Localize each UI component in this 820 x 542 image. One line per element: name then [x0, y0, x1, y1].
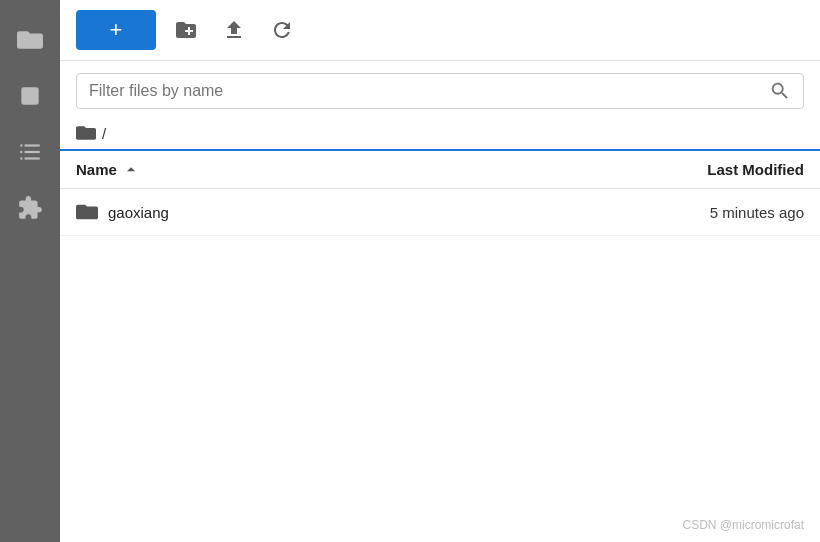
sidebar-stop-icon[interactable]	[0, 68, 60, 124]
col-modified-header[interactable]: Last Modified	[584, 161, 804, 178]
file-row-name: gaoxiang	[76, 201, 584, 223]
new-button[interactable]: +	[76, 10, 156, 50]
table-header: Name Last Modified	[60, 149, 820, 189]
search-bar	[76, 73, 804, 109]
col-name-header[interactable]: Name	[76, 161, 584, 178]
sort-arrow-icon	[123, 162, 139, 178]
search-bar-container	[60, 61, 820, 117]
svg-rect-3	[20, 151, 22, 153]
main-content: +	[60, 0, 820, 542]
breadcrumb: /	[60, 117, 820, 149]
folder-row-icon	[76, 201, 98, 223]
svg-rect-4	[25, 151, 40, 153]
svg-rect-2	[25, 144, 40, 146]
breadcrumb-path: /	[102, 125, 106, 142]
toolbar: +	[60, 0, 820, 61]
svg-rect-1	[20, 144, 22, 146]
breadcrumb-folder-icon	[76, 123, 96, 143]
file-table: Name Last Modified gaoxiang 5 minutes ag…	[60, 149, 820, 542]
table-row[interactable]: gaoxiang 5 minutes ago	[60, 189, 820, 236]
narrow-sidebar	[0, 0, 60, 542]
file-row-modified: 5 minutes ago	[584, 204, 804, 221]
new-folder-button[interactable]	[168, 12, 204, 48]
sidebar-list-icon[interactable]	[0, 124, 60, 180]
upload-button[interactable]	[216, 12, 252, 48]
file-name: gaoxiang	[108, 204, 169, 221]
search-input[interactable]	[89, 82, 769, 100]
search-icon	[769, 80, 791, 102]
refresh-button[interactable]	[264, 12, 300, 48]
sidebar-folder-icon[interactable]	[0, 12, 60, 68]
svg-rect-5	[20, 157, 22, 159]
watermark: CSDN @micromicrofat	[682, 518, 804, 532]
sidebar-puzzle-icon[interactable]	[0, 180, 60, 236]
svg-rect-6	[25, 157, 40, 159]
svg-rect-0	[21, 87, 38, 104]
